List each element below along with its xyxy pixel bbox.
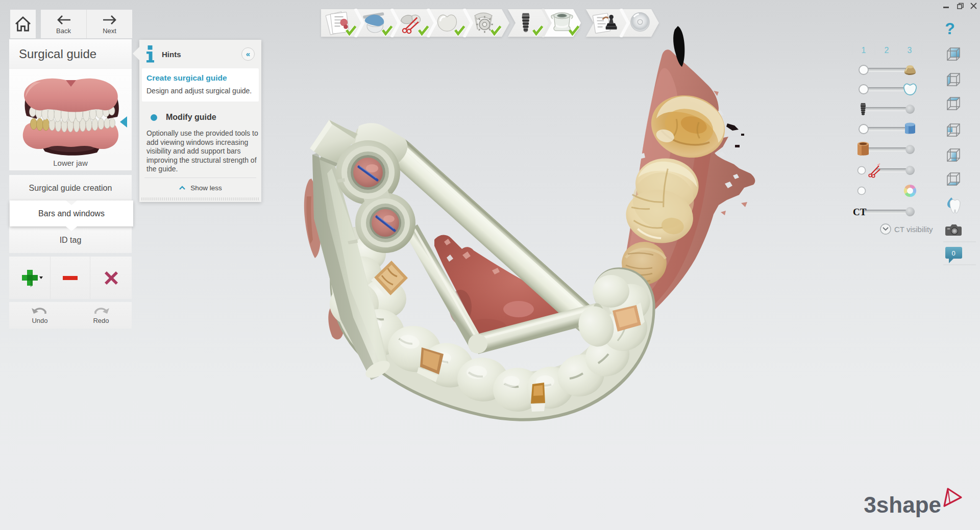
svg-text:3: 3 bbox=[908, 46, 912, 55]
svg-text:1: 1 bbox=[862, 46, 866, 55]
svg-text:0: 0 bbox=[951, 249, 955, 257]
svg-text:CT: CT bbox=[853, 207, 867, 217]
svg-text:CT visibility: CT visibility bbox=[894, 225, 933, 234]
svg-text:2: 2 bbox=[885, 46, 889, 55]
svg-text:?: ? bbox=[945, 19, 955, 38]
